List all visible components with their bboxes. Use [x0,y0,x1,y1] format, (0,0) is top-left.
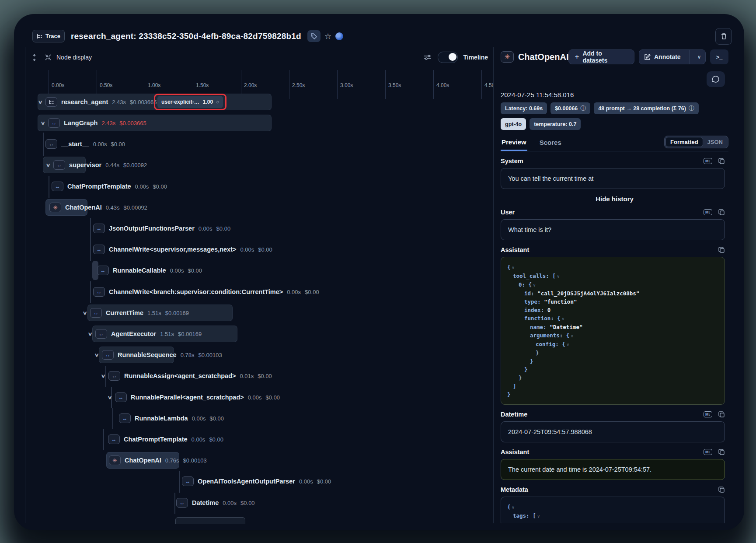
user-section-header: User M↓ [501,209,728,216]
chevron-down-icon[interactable]: ∨ [94,352,99,358]
format-formatted-option[interactable]: Formatted [665,137,703,147]
tree-guide-line [90,218,91,240]
chevron-down-icon[interactable]: ∨ [101,373,105,379]
playground-button[interactable]: >_ [710,49,728,64]
chain-icon: ↔ [93,287,105,297]
tree-row-name: JsonOutputFunctionsParser [109,225,195,232]
tree-row-name: ChatOpenAI [125,457,161,464]
copy-icon[interactable] [718,411,725,418]
tree-guide-line [174,493,175,514]
trace-icon [45,97,57,107]
tree-guide-line [179,471,180,493]
system-section-header: System M↓ [501,158,728,165]
format-toggle: Formatted JSON [664,136,728,148]
json-line: {∨ [507,263,718,272]
tree-row-chatprompttemplate[interactable]: ↔ChatPromptTemplate0.00s$0.00 [52,178,167,195]
tree-row-duration: 2.43s [112,99,126,105]
json-line: function: {∨ [507,314,718,323]
tree-row-name: ChatPromptTemplate [124,436,188,443]
tree-row-name: OpenAIToolsAgentOutputParser [198,478,295,485]
tokens-badge[interactable]: 48 prompt → 28 completion (Σ 76)ⓘ [594,102,699,114]
tree-row-datetime[interactable]: ↔Datetime0.00s$0.00 [176,494,255,511]
format-json-option[interactable]: JSON [703,137,727,147]
user-label: User [501,209,515,216]
run-stats-badges: Latency: 0.69s $0.00066ⓘ 48 prompt → 28 … [501,102,728,114]
chevron-down-icon[interactable]: ∨ [45,162,50,168]
tree-row-openaitoolsagentoutputparser[interactable]: ↔OpenAIToolsAgentOutputParser0.00s$0.00 [182,473,331,490]
markdown-icon[interactable]: M↓ [704,158,712,165]
annotate-split-button: Annotate ∨ [639,49,706,64]
json-line: name: "Datetime" [507,323,718,331]
chevron-down-icon[interactable]: ∨ [87,331,92,337]
chain-icon: ↔ [176,498,188,508]
annotate-button[interactable]: Annotate [639,50,686,64]
copy-icon[interactable] [718,158,725,165]
tree-row-cost: $0.00 [240,500,255,506]
collapse-arrow-icon: ∨ [512,265,515,270]
tree-row-channelwrite-branch-supervisor-condition-currenttime-[interactable]: ↔ChannelWrite<branch:supervisor:conditio… [93,284,319,300]
markdown-icon[interactable]: M↓ [704,411,712,418]
tree-row-cost: $0.00 [209,436,223,443]
tree-row-chatprompttemplate[interactable]: ↔ChatPromptTemplate0.00s$0.00 [108,431,223,448]
markdown-icon[interactable]: M↓ [704,209,712,216]
copy-icon[interactable] [718,449,725,455]
copy-icon[interactable] [718,209,725,216]
tree-row-currenttime[interactable]: ∨↔CurrentTime1.51s$0.00169 [83,305,189,321]
openai-icon: ✳ [49,203,61,212]
tree-row-cost: $0.00103 [198,352,222,358]
tree-row-duration: 0.00s [287,289,301,295]
copy-icon[interactable] [718,487,725,493]
tree-row-chatopenai[interactable]: ✳ChatOpenAI0.76s$0.00103 [109,452,207,469]
annotate-dropdown-button[interactable]: ∨ [693,50,705,64]
chain-icon: ↔ [119,413,131,423]
hide-history-link[interactable]: Hide history [501,195,728,203]
tree-guide-line [103,429,104,450]
inspector-header: ✳ ChatOpenAI + Add to datasets Annotate [501,49,728,64]
assistant-label: Assistant [501,448,529,455]
tree-row-runnablesequence[interactable]: ∨↔RunnableSequence0.78s$0.00103 [95,347,222,363]
chevron-down-icon[interactable]: ∨ [82,310,87,316]
tree-row-langgraph[interactable]: ∨↔LangGraph2.43s$0.003665 [41,115,146,131]
latency-badge: Latency: 0.69s [501,102,547,114]
tree-row-runnablecallable[interactable]: ↔RunnableCallable0.00s$0.00 [97,262,202,279]
tree-row-cost: $0.00092 [123,162,147,168]
chevron-down-icon[interactable]: ∨ [38,99,42,105]
tree-row-research-agent[interactable]: ∨research_agent2.43s$0.003665 [38,94,157,110]
tree-row-chatopenai[interactable]: ✳ChatOpenAI0.43s$0.00092 [49,199,147,216]
tree-row-duration: 0.43s [106,204,120,211]
openai-icon: ✳ [501,51,514,63]
tree-row--start-[interactable]: ↔__start__0.00s$0.00 [45,136,125,152]
tree-row-runnablelambda[interactable]: ↔RunnableLambda0.00s$0.00 [119,410,224,427]
json-line: } [507,365,718,374]
inspector-tabs: Preview Scores Formatted JSON [501,136,728,151]
tree-row-supervisor[interactable]: ∨↔supervisor0.44s$0.00092 [46,157,147,173]
assistant-tool-call-json: {∨tool_calls: [∨0: {∨id: "call_20jDSJ5jA… [501,257,725,405]
metadata-json: {∨tags: [∨ [501,497,725,523]
chevron-down-icon[interactable]: ∨ [107,395,112,400]
tree-row-cost: $0.003665 [130,99,157,105]
tree-row-jsonoutputfunctionsparser[interactable]: ↔JsonOutputFunctionsParser0.00s$0.00 [93,220,230,237]
copy-icon[interactable] [718,247,725,253]
tree-row-runnableassign-agent-scratchpad-[interactable]: ∨↔RunnableAssign<agent_scratchpad>0.01s$… [101,368,272,384]
tree-row-runnableparallel-agent-scratchpad-[interactable]: ∨↔RunnableParallel<agent_scratchpad>0.00… [108,389,280,406]
assistant-label: Assistant [501,246,529,253]
datetime-tool-output: 2024-07-25T09:54:57.988068 [501,421,725,442]
tree-row-channelwrite-supervisor-messages-next-[interactable]: ↔ChannelWrite<supervisor,messages,next>0… [93,241,272,258]
cost-badge[interactable]: $0.00066ⓘ [550,102,590,114]
add-to-datasets-button[interactable]: + Add to datasets [568,49,634,64]
comments-button[interactable] [707,71,725,87]
tab-scores[interactable]: Scores [539,137,562,150]
json-line: arguments: {∨ [507,331,718,340]
tab-preview[interactable]: Preview [501,137,527,151]
tree-row-name: supervisor [69,161,101,168]
tree-guide-line [90,281,91,303]
tree-row-name: RunnableLambda [135,415,188,422]
tree-row-agentexecutor[interactable]: ∨↔AgentExecutor1.51s$0.00169 [88,326,202,342]
json-line: {∨ [507,503,718,511]
tree-row-duration: 0.00s [223,500,237,506]
tree-row-duration: 0.00s [170,267,184,274]
chevron-down-icon[interactable]: ∨ [40,120,45,126]
markdown-icon[interactable]: M↓ [704,449,712,455]
feedback-score-badge[interactable]: user-explicit-…1.00 [157,96,223,108]
tree-row-name: RunnableAssign<agent_scratchpad> [124,372,236,379]
